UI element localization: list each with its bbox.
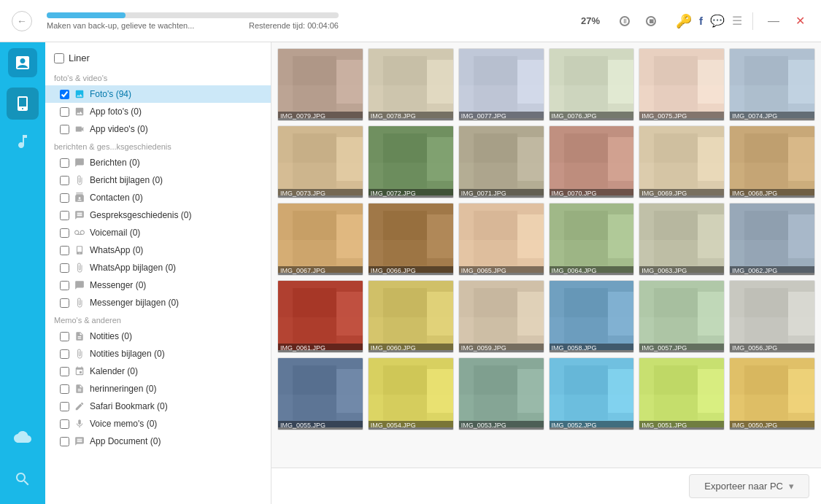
- bericht-bijlagen-checkbox[interactable]: [60, 176, 69, 185]
- photo-cell[interactable]: IMG_0060.JPG: [368, 280, 454, 353]
- messenger-checkbox[interactable]: [60, 281, 69, 290]
- photo-cell[interactable]: IMG_0077.JPG: [458, 48, 544, 121]
- safari-checkbox[interactable]: [60, 402, 69, 411]
- voicemail-checkbox[interactable]: [60, 228, 69, 238]
- photo-cell[interactable]: IMG_0070.JPG: [549, 125, 635, 198]
- notities-icon: [74, 330, 85, 342]
- app-videos-checkbox[interactable]: [60, 125, 69, 134]
- messenger-label: Messenger (0): [90, 280, 146, 290]
- gespreks-checkbox[interactable]: [60, 211, 69, 220]
- stop-button[interactable]: ⏹: [641, 11, 661, 31]
- pause-button[interactable]: ⏸: [614, 11, 635, 31]
- tree-item-app-document[interactable]: App Document (0): [45, 433, 271, 450]
- photo-cell[interactable]: IMG_0064.JPG: [549, 203, 635, 276]
- photo-cell[interactable]: IMG_0052.JPG: [549, 357, 635, 430]
- herinneringen-checkbox[interactable]: [60, 384, 69, 394]
- tree-item-messenger[interactable]: Messenger (0): [45, 276, 271, 294]
- nav-music[interactable]: [7, 125, 39, 158]
- photo-label: IMG_0067.JPG: [278, 266, 363, 275]
- tree-item-voicemail[interactable]: Voicemail (0): [45, 224, 271, 241]
- tree-item-messenger-bijlagen[interactable]: Messenger bijlagen (0): [45, 294, 271, 311]
- menu-icon[interactable]: ☰: [732, 14, 742, 28]
- photo-label: IMG_0074.JPG: [730, 112, 814, 120]
- photo-cell[interactable]: IMG_0075.JPG: [639, 48, 725, 121]
- export-button[interactable]: Exporteer naar PC ▾: [689, 474, 809, 498]
- photo-cell[interactable]: IMG_0068.JPG: [729, 125, 815, 198]
- notities-bijlagen-checkbox[interactable]: [60, 349, 69, 359]
- photo-cell[interactable]: IMG_0051.JPG: [639, 357, 725, 430]
- photo-cell[interactable]: IMG_0072.JPG: [368, 125, 454, 198]
- photo-cell[interactable]: IMG_0053.JPG: [458, 357, 544, 430]
- photo-cell[interactable]: IMG_0074.JPG: [729, 48, 815, 121]
- tree-item-whatsapp-bijlagen[interactable]: WhatsApp bijlagen (0): [45, 259, 271, 276]
- key-icon[interactable]: 🔑: [676, 13, 692, 29]
- photo-cell[interactable]: IMG_0069.JPG: [639, 125, 725, 198]
- app-fotos-icon: [74, 106, 85, 117]
- tree-item-contacten[interactable]: Contacten (0): [45, 189, 271, 206]
- tree-item-kalender[interactable]: Kalender (0): [45, 363, 271, 380]
- fotos-checkbox[interactable]: [60, 90, 69, 99]
- photo-cell[interactable]: IMG_0062.JPG: [729, 203, 815, 276]
- tree-item-notities[interactable]: Notities (0): [45, 327, 271, 345]
- tree-item-voice-memo[interactable]: Voice memo's (0): [45, 415, 271, 433]
- voicemail-label: Voicemail (0): [90, 228, 140, 238]
- minimize-button[interactable]: —: [763, 12, 784, 31]
- separator: [752, 12, 753, 30]
- photo-cell[interactable]: IMG_0071.JPG: [458, 125, 544, 198]
- contacten-checkbox[interactable]: [60, 193, 69, 203]
- voice-memo-checkbox[interactable]: [60, 419, 69, 429]
- photo-cell[interactable]: IMG_0061.JPG: [277, 280, 363, 353]
- tree-item-berichten[interactable]: Berichten (0): [45, 154, 271, 171]
- header-checkbox[interactable]: [54, 53, 64, 63]
- kalender-checkbox[interactable]: [60, 367, 69, 376]
- photo-cell[interactable]: IMG_0050.JPG: [729, 357, 815, 430]
- tree-item-app-fotos[interactable]: App foto's (0): [45, 103, 271, 120]
- photo-cell[interactable]: IMG_0055.JPG: [277, 357, 363, 430]
- photo-label: IMG_0066.JPG: [369, 266, 453, 275]
- chat-icon[interactable]: 💬: [710, 14, 725, 28]
- photo-label: IMG_0064.JPG: [550, 266, 634, 275]
- photo-cell[interactable]: IMG_0056.JPG: [729, 280, 815, 353]
- tree-item-bericht-bijlagen[interactable]: Bericht bijlagen (0): [45, 171, 271, 189]
- tree-item-safari[interactable]: Safari Bookmark (0): [45, 398, 271, 415]
- whatsapp-bijlagen-checkbox[interactable]: [60, 263, 69, 273]
- app-fotos-checkbox[interactable]: [60, 107, 69, 117]
- photo-cell[interactable]: IMG_0059.JPG: [458, 280, 544, 353]
- tree-item-herinneringen[interactable]: herinneringen (0): [45, 380, 271, 398]
- photo-cell[interactable]: IMG_0067.JPG: [277, 203, 363, 276]
- tree-item-gespreks[interactable]: Gespreksgeschiedenis (0): [45, 206, 271, 224]
- progress-section: Maken van back-up, gelieve te wachten...…: [41, 12, 572, 30]
- back-button[interactable]: ←: [12, 11, 32, 31]
- tree-item-app-videos[interactable]: App video's (0): [45, 120, 271, 138]
- photo-cell[interactable]: IMG_0076.JPG: [549, 48, 635, 121]
- photo-label: IMG_0077.JPG: [459, 112, 544, 120]
- tree-item-whatsapp[interactable]: WhatsApp (0): [45, 241, 271, 259]
- nav-tools[interactable]: [7, 463, 39, 495]
- bericht-bijlagen-label: Bericht bijlagen (0): [90, 175, 163, 185]
- photo-cell[interactable]: IMG_0078.JPG: [368, 48, 454, 121]
- nav-phone[interactable]: [7, 88, 39, 120]
- tree-item-notities-bijlagen[interactable]: Notities bijlagen (0): [45, 345, 271, 363]
- photo-cell[interactable]: IMG_0058.JPG: [549, 280, 635, 353]
- bottom-bar: Exporteer naar PC ▾: [271, 468, 821, 504]
- photo-cell[interactable]: IMG_0066.JPG: [368, 203, 454, 276]
- main-layout: Liner foto's & video's Foto's (94) App f…: [0, 42, 821, 504]
- photo-cell[interactable]: IMG_0063.JPG: [639, 203, 725, 276]
- facebook-icon[interactable]: f: [699, 15, 703, 27]
- nav-cloud[interactable]: [7, 421, 39, 453]
- tree-item-fotos[interactable]: Foto's (94): [45, 85, 271, 103]
- berichten-checkbox[interactable]: [60, 158, 69, 168]
- photo-cell[interactable]: IMG_0079.JPG: [277, 48, 363, 121]
- app-logo[interactable]: [8, 48, 37, 77]
- app-document-checkbox[interactable]: [60, 437, 69, 446]
- close-button[interactable]: ✕: [791, 11, 809, 31]
- gespreks-label: Gespreksgeschiedenis (0): [90, 210, 191, 220]
- whatsapp-checkbox[interactable]: [60, 246, 69, 255]
- photo-cell[interactable]: IMG_0054.JPG: [368, 357, 454, 430]
- notities-checkbox[interactable]: [60, 332, 69, 341]
- photo-cell[interactable]: IMG_0065.JPG: [458, 203, 544, 276]
- photo-cell[interactable]: IMG_0057.JPG: [639, 280, 725, 353]
- photo-cell[interactable]: IMG_0073.JPG: [277, 125, 363, 198]
- messenger-bijlagen-checkbox[interactable]: [60, 298, 69, 308]
- progress-text: Maken van back-up, gelieve te wachten...…: [47, 21, 339, 30]
